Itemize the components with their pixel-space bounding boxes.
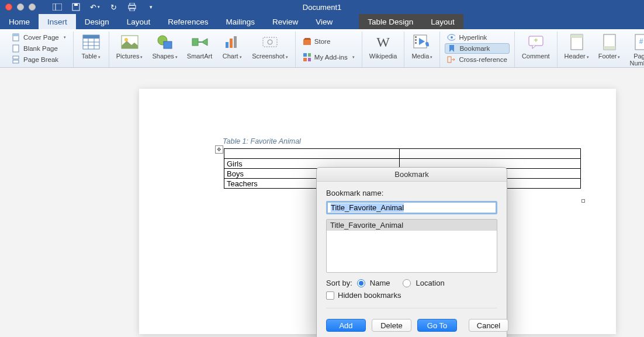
minimize-window-icon[interactable] bbox=[17, 4, 24, 11]
hyperlink-button[interactable]: Hyperlink bbox=[445, 32, 509, 43]
tab-design[interactable]: Design bbox=[76, 14, 118, 29]
svg-point-19 bbox=[124, 38, 128, 41]
pictures-icon bbox=[120, 33, 139, 51]
bookmark-dialog: Bookmark Bookmark name: Title_Favorite_A… bbox=[316, 167, 507, 337]
screenshot-icon bbox=[261, 33, 279, 51]
crossref-icon bbox=[447, 55, 455, 64]
pagenumber-button[interactable]: # Page Number bbox=[627, 32, 644, 68]
bookmark-label: Bookmark bbox=[459, 45, 490, 52]
media-label: Media bbox=[411, 53, 429, 60]
svg-rect-13 bbox=[83, 35, 99, 39]
comment-icon: + bbox=[527, 33, 545, 51]
crossref-label: Cross-reference bbox=[459, 56, 507, 63]
tab-table-design[interactable]: Table Design bbox=[359, 14, 422, 29]
document-area: Table 1: Favorite Animal ✥ Girls Boys Te… bbox=[0, 68, 644, 337]
store-label: Store bbox=[314, 38, 331, 45]
wikipedia-group: W Wikipedia bbox=[362, 32, 405, 67]
comment-button[interactable]: + Comment bbox=[520, 32, 552, 61]
tab-insert[interactable]: Insert bbox=[39, 14, 76, 29]
goto-button[interactable]: Go To bbox=[417, 319, 457, 332]
cover-page-button[interactable]: Cover Page▾ bbox=[9, 32, 68, 43]
redo-icon[interactable]: ↻ bbox=[108, 2, 119, 12]
svg-rect-32 bbox=[303, 58, 307, 61]
qat-customize-icon[interactable]: ▾ bbox=[146, 2, 156, 12]
save-icon[interactable] bbox=[71, 2, 81, 12]
zoom-window-icon[interactable] bbox=[29, 4, 36, 11]
table-cell[interactable] bbox=[224, 149, 400, 159]
close-window-icon[interactable] bbox=[5, 4, 12, 11]
print-icon[interactable] bbox=[127, 2, 137, 12]
screenshot-label: Screenshot bbox=[252, 53, 285, 60]
header-label: Header bbox=[565, 53, 586, 60]
svg-rect-21 bbox=[164, 41, 172, 48]
svg-rect-29 bbox=[303, 40, 311, 45]
title-bar: ↶▾ ↻ ▾ Document1 bbox=[0, 0, 644, 14]
pictures-button[interactable]: Pictures▾ bbox=[114, 32, 146, 61]
table-resize-handle-icon[interactable] bbox=[581, 199, 585, 203]
svg-rect-8 bbox=[13, 34, 19, 36]
hyperlink-label: Hyperlink bbox=[459, 34, 487, 41]
myaddins-button[interactable]: My Add-ins▾ bbox=[300, 52, 357, 62]
bookmark-list-item[interactable]: Title_Favorite_Animal bbox=[327, 220, 497, 231]
footer-button[interactable]: Footer▾ bbox=[596, 32, 623, 61]
tab-layout[interactable]: Layout bbox=[118, 14, 160, 29]
hidden-row: Hidden bookmarks bbox=[326, 291, 497, 300]
hidden-bookmarks-checkbox[interactable] bbox=[326, 291, 334, 300]
smartart-label: SmartArt bbox=[187, 53, 212, 60]
tab-view[interactable]: View bbox=[307, 14, 341, 29]
table-cell[interactable] bbox=[400, 149, 581, 159]
tab-table-layout[interactable]: Layout bbox=[422, 14, 463, 29]
shapes-button[interactable]: Shapes▾ bbox=[150, 32, 179, 61]
tab-home[interactable]: Home bbox=[0, 14, 39, 29]
svg-text:#: # bbox=[639, 37, 643, 46]
bookmark-name-label: Bookmark name: bbox=[326, 189, 497, 197]
tab-mailings[interactable]: Mailings bbox=[217, 14, 264, 29]
svg-rect-9 bbox=[13, 45, 19, 52]
page-break-label: Page Break bbox=[23, 56, 58, 63]
dialog-footer: Add Delete Go To Cancel bbox=[317, 313, 507, 337]
bookmark-name-input[interactable] bbox=[326, 201, 497, 214]
blank-page-label: Blank Page bbox=[23, 45, 58, 52]
header-button[interactable]: Header▾ bbox=[562, 32, 591, 61]
wikipedia-button[interactable]: W Wikipedia bbox=[367, 32, 400, 61]
tab-review[interactable]: Review bbox=[264, 14, 307, 29]
table-move-handle-icon[interactable]: ✥ bbox=[215, 145, 223, 154]
undo-icon[interactable]: ↶▾ bbox=[89, 2, 100, 12]
store-button[interactable]: Store bbox=[300, 36, 357, 47]
footer-icon bbox=[600, 33, 619, 51]
ribbon-content: Cover Page▾ Blank Page Page Break Table▾… bbox=[0, 29, 644, 68]
bookmark-button[interactable]: Bookmark bbox=[445, 43, 509, 54]
chart-button[interactable]: Chart▾ bbox=[219, 32, 245, 61]
svg-rect-46 bbox=[604, 46, 615, 50]
screenshot-button[interactable]: Screenshot▾ bbox=[250, 32, 290, 61]
chart-label: Chart bbox=[223, 53, 238, 60]
cancel-button[interactable]: Cancel bbox=[469, 319, 508, 332]
smartart-button[interactable]: SmartArt bbox=[185, 32, 214, 61]
blank-page-button[interactable]: Blank Page bbox=[9, 43, 68, 54]
svg-rect-10 bbox=[13, 56, 19, 59]
addins-group: Store My Add-ins▾ bbox=[296, 32, 362, 67]
bookmark-list[interactable]: Title_Favorite_Animal bbox=[326, 219, 497, 273]
svg-rect-22 bbox=[192, 39, 198, 46]
svg-rect-36 bbox=[415, 39, 417, 41]
smartart-icon bbox=[191, 33, 209, 51]
add-button[interactable]: Add bbox=[326, 319, 366, 332]
tab-references[interactable]: References bbox=[159, 14, 217, 29]
delete-button[interactable]: Delete bbox=[372, 319, 411, 332]
wikipedia-label: Wikipedia bbox=[369, 53, 397, 60]
hidden-bookmarks-label: Hidden bookmarks bbox=[338, 291, 401, 300]
dialog-separator bbox=[326, 308, 497, 308]
crossref-button[interactable]: Cross-reference bbox=[445, 54, 509, 65]
svg-rect-33 bbox=[308, 58, 311, 61]
svg-rect-30 bbox=[303, 53, 307, 57]
svg-rect-24 bbox=[226, 42, 228, 48]
sort-location-radio[interactable] bbox=[403, 279, 411, 287]
sidebar-toggle-icon[interactable] bbox=[52, 2, 63, 12]
svg-point-28 bbox=[268, 40, 272, 44]
media-button[interactable]: Media▾ bbox=[409, 32, 435, 61]
svg-point-39 bbox=[451, 36, 453, 39]
links-group: Hyperlink Bookmark Cross-reference bbox=[440, 32, 514, 67]
page-break-button[interactable]: Page Break bbox=[9, 54, 68, 65]
sort-name-radio[interactable] bbox=[357, 279, 365, 287]
table-button[interactable]: Table▾ bbox=[78, 32, 104, 61]
